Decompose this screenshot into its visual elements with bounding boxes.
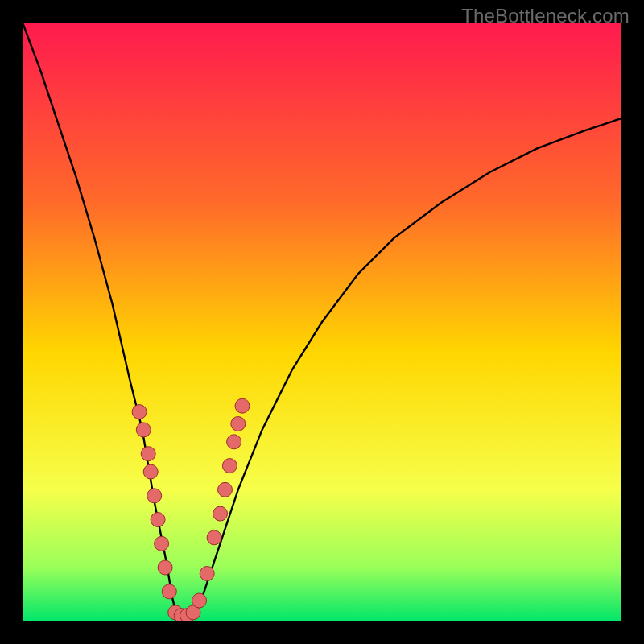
data-marker	[207, 530, 221, 545]
watermark-text: TheBottleneck.com	[461, 5, 630, 27]
chart-svg	[23, 23, 621, 621]
data-marker	[200, 567, 214, 581]
data-marker	[151, 513, 165, 527]
data-marker	[143, 464, 158, 479]
data-marker	[218, 482, 233, 497]
data-marker	[158, 560, 172, 575]
bottleneck-curve	[23, 23, 621, 621]
data-marker	[227, 435, 242, 449]
data-marker	[231, 417, 246, 431]
data-marker	[141, 447, 155, 461]
data-marker	[213, 506, 228, 521]
data-marker	[222, 459, 237, 473]
data-marker	[162, 584, 176, 599]
data-marker	[235, 398, 250, 413]
outer-frame: TheBottleneck.com	[0, 0, 644, 644]
data-marker	[155, 536, 169, 551]
data-marker	[147, 489, 162, 503]
data-marker	[192, 593, 207, 608]
data-marker	[136, 423, 151, 437]
plot-area	[23, 23, 621, 621]
data-marker	[132, 405, 147, 419]
